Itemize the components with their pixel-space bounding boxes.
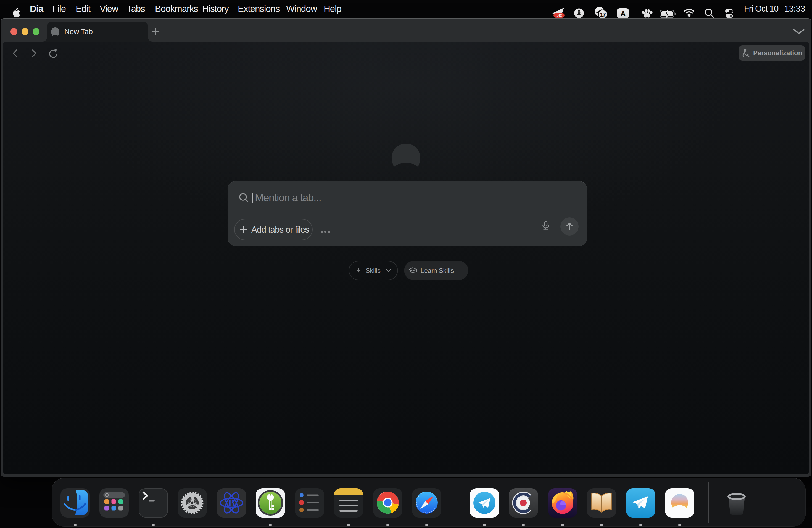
svg-text:A: A (621, 10, 626, 18)
svg-text:..42: ..42 (556, 13, 562, 18)
svg-text:B: B (228, 497, 235, 509)
svg-text:17: 17 (600, 12, 606, 18)
